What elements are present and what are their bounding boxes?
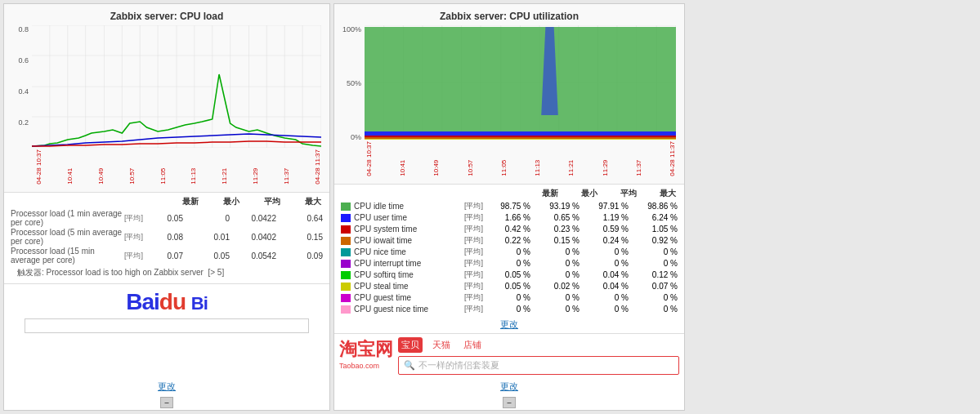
label-steal: CPU steal time bbox=[354, 282, 464, 291]
v1-softirq: 0.05 % bbox=[488, 270, 530, 279]
stats-avg-15min: [平均] bbox=[124, 251, 143, 261]
v3-guest: 0 % bbox=[586, 293, 629, 302]
cpu-load-svg-container bbox=[32, 25, 321, 149]
v1-user: 1.66 % bbox=[488, 213, 530, 222]
legend-header: 最新 最小 平均 最大 bbox=[341, 188, 678, 199]
avg-guest: [平均] bbox=[464, 292, 483, 303]
v2-interrupt: 0 % bbox=[537, 259, 579, 268]
v3-system: 0.59 % bbox=[586, 225, 629, 234]
legend-row-guest: CPU guest time [平均] 0 % 0 % 0 % 0 % bbox=[341, 292, 678, 303]
vals-nice: 0 % 0 % 0 % 0 % bbox=[488, 247, 678, 256]
minimize-button-right[interactable]: – bbox=[503, 397, 516, 408]
lh-min: 最小 bbox=[581, 188, 597, 199]
color-idle bbox=[341, 203, 351, 211]
gengai-row-2: 更改 bbox=[4, 378, 329, 395]
taobao-search-box[interactable]: 🔍 不一样的情侣套装夏 bbox=[398, 356, 679, 375]
minimize-btn-right: – bbox=[334, 395, 684, 410]
taobao-tab-tianmao[interactable]: 天猫 bbox=[429, 337, 454, 353]
taobao-tab-dianpu[interactable]: 店铺 bbox=[460, 337, 485, 353]
taobao-tab-baobei[interactable]: 宝贝 bbox=[398, 337, 423, 353]
baidu-logo-b2: Bi bbox=[191, 293, 208, 314]
v1-guest: 0 % bbox=[488, 293, 530, 302]
x-axis-right: 04-28 10:37 10:41 10:49 10:57 11:05 11:1… bbox=[342, 141, 676, 180]
taobao-search-placeholder: 不一样的情侣套装夏 bbox=[418, 359, 499, 372]
stat-latest-5min: 0.08 bbox=[146, 233, 183, 242]
header-min: 最小 bbox=[223, 196, 239, 207]
header-max: 最大 bbox=[305, 196, 321, 207]
v2-guest: 0 % bbox=[537, 293, 579, 302]
svg-rect-45 bbox=[365, 139, 676, 140]
v2-nice: 0 % bbox=[537, 247, 579, 256]
baidu-logo: Baidu Bi bbox=[126, 289, 208, 315]
gengai-link-right[interactable]: 更改 bbox=[498, 316, 521, 333]
v2-softirq: 0 % bbox=[537, 270, 579, 279]
avg-interrupt: [平均] bbox=[464, 258, 483, 269]
stat-latest-1min: 0.05 bbox=[146, 214, 183, 223]
lh-avg: 平均 bbox=[620, 188, 637, 199]
taobao-tabs: 宝贝 天猫 店铺 bbox=[398, 337, 679, 353]
cpu-util-svg-container bbox=[365, 25, 676, 141]
cpu-util-legend: 最新 最小 平均 最大 CPU idle time [平均] 98.75 % 9… bbox=[334, 185, 684, 316]
taobao-sub: Taobao.com bbox=[339, 362, 393, 370]
header-avg: 平均 bbox=[264, 196, 280, 207]
label-guest: CPU guest time bbox=[354, 293, 464, 302]
cpu-util-svg bbox=[365, 25, 676, 140]
stats-vals-15min: 0.07 0.05 0.0542 0.09 bbox=[146, 252, 323, 260]
avg-softirq: [平均] bbox=[464, 269, 483, 280]
cpu-load-stats: 最新 最小 平均 最大 Processor load (1 min averag… bbox=[4, 193, 329, 283]
v1-steal: 0.05 % bbox=[488, 282, 530, 291]
svg-rect-41 bbox=[365, 27, 676, 136]
x-label: 04-28 10:37 bbox=[35, 149, 43, 185]
right-panel: Zabbix server: CPU utilization 100% 50% … bbox=[333, 3, 685, 411]
stats-avg-5min: [平均] bbox=[124, 232, 143, 243]
legend-row-user: CPU user time [平均] 1.66 % 0.65 % 1.19 % … bbox=[341, 212, 678, 223]
stat-min-1min: 0 bbox=[193, 214, 230, 223]
baidu-search-input[interactable] bbox=[25, 318, 308, 333]
chart-wrapper-left: 0.8 0.6 0.4 0.2 bbox=[12, 25, 321, 149]
color-guest-nice bbox=[341, 305, 351, 314]
lh-latest: 最新 bbox=[542, 188, 558, 199]
x-label-r: 11:21 bbox=[567, 141, 575, 176]
v3-iowait: 0.24 % bbox=[586, 236, 629, 245]
v1-interrupt: 0 % bbox=[488, 259, 530, 268]
lh-max: 最大 bbox=[660, 188, 676, 199]
v4-interrupt: 0 % bbox=[635, 259, 678, 268]
color-nice bbox=[341, 248, 351, 256]
gengai-link-right2[interactable]: 更改 bbox=[498, 378, 521, 395]
cpu-load-chart-area: Zabbix server: CPU load 0.8 0.6 0.4 0.2 bbox=[4, 4, 329, 193]
label-user: CPU user time bbox=[354, 213, 464, 222]
legend-row-softirq: CPU softirq time [平均] 0.05 % 0 % 0.04 % … bbox=[341, 269, 678, 280]
color-system bbox=[341, 225, 351, 234]
stats-label-1min: Processor load (1 min average per core) bbox=[11, 209, 124, 227]
vals-interrupt: 0 % 0 % 0 % 0 % bbox=[488, 259, 678, 268]
color-interrupt bbox=[341, 260, 351, 268]
v4-guest: 0 % bbox=[635, 293, 678, 302]
vals-softirq: 0.05 % 0 % 0.04 % 0.12 % bbox=[488, 270, 678, 279]
gengai-link-2[interactable]: 更改 bbox=[155, 378, 178, 395]
cpu-load-title: Zabbix server: CPU load bbox=[12, 11, 321, 22]
legend-row-guest-nice: CPU guest nice time [平均] 0 % 0 % 0 % 0 % bbox=[341, 304, 678, 314]
stats-label-5min: Processor load (5 min average per core) bbox=[11, 228, 124, 246]
y-label-100: 100% bbox=[342, 25, 361, 33]
v4-guest-nice: 0 % bbox=[635, 305, 678, 314]
v3-steal: 0.04 % bbox=[586, 282, 629, 291]
x-label-r: 10:49 bbox=[432, 141, 440, 176]
baidu-logo-accent: du bbox=[159, 289, 186, 314]
minimize-button-left[interactable]: – bbox=[160, 397, 173, 408]
stat-avg-1min: 0.0422 bbox=[239, 214, 276, 223]
taobao-logo-container: 淘宝网 Taobao.com bbox=[339, 337, 393, 370]
x-label: 11:05 bbox=[159, 149, 167, 185]
v3-user: 1.19 % bbox=[586, 213, 629, 222]
stats-avg-1min: [平均] bbox=[124, 213, 143, 224]
label-interrupt: CPU interrupt time bbox=[354, 259, 464, 268]
stats-label-15min: Processor load (15 min average per core) bbox=[11, 247, 124, 265]
x-label-r: 04-28 11:37 bbox=[669, 141, 676, 176]
y-label: 0.2 bbox=[18, 118, 29, 127]
x-label: 10:49 bbox=[97, 149, 105, 185]
y-label-50: 50% bbox=[347, 79, 361, 87]
legend-row-interrupt: CPU interrupt time [平均] 0 % 0 % 0 % 0 % bbox=[341, 258, 678, 269]
v1-system: 0.42 % bbox=[488, 225, 530, 234]
baidu-area: Baidu Bi bbox=[4, 283, 329, 378]
v4-idle: 98.86 % bbox=[635, 202, 678, 211]
x-label-r: 10:57 bbox=[467, 141, 474, 176]
